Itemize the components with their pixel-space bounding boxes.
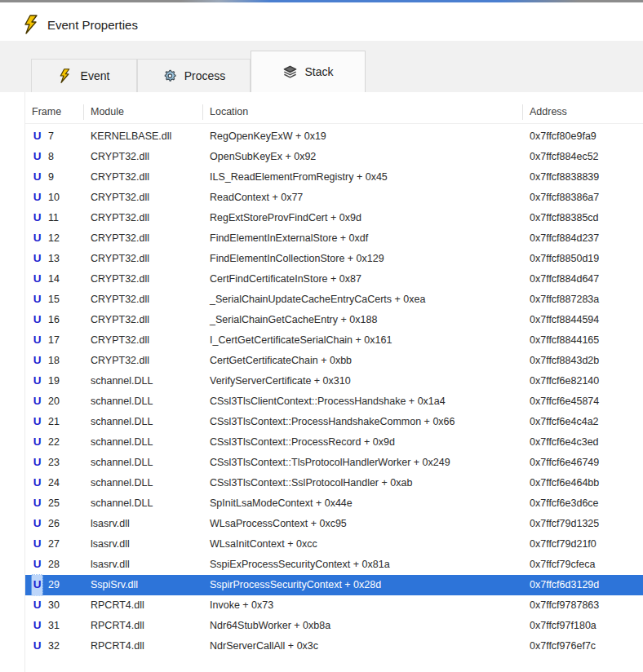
module-cell: schannel.DLL [84,391,203,412]
address-cell: 0x7ffcf8850d19 [523,249,643,269]
user-mode-frame-icon: U [32,228,42,249]
frame-number: 17 [48,330,60,351]
frame-cell: U22 [25,432,84,453]
column-header-address[interactable]: Address [523,104,643,120]
gear-icon [162,69,177,83]
stack-frame-row[interactable]: U32RPCRT4.dllNdrServerCallAll + 0x3c0x7f… [25,636,643,657]
frame-flag: U [32,598,42,612]
user-mode-frame-icon: U [32,432,42,453]
user-mode-frame-icon: U [32,310,42,330]
frame-cell: U17 [25,330,84,351]
module-cell: CRYPT32.dll [84,330,203,351]
tab-process[interactable]: Process [137,59,251,92]
module-cell: lsasrv.dll [84,555,203,575]
module-cell: schannel.DLL [84,432,203,453]
column-header-frame[interactable]: Frame [25,104,84,120]
frame-number: 13 [48,249,60,269]
frame-cell: U14 [25,269,84,290]
stack-frame-row[interactable]: U13CRYPT32.dllFindElementInCollectionSto… [25,249,643,269]
column-header-module[interactable]: Module [84,104,203,120]
stack-frame-row[interactable]: U7KERNELBASE.dllRegOpenKeyExW + 0x190x7f… [25,126,643,147]
stack-frame-row[interactable]: U12CRYPT32.dllFindElementInExternalStore… [25,228,643,249]
frame-flag: U [32,292,42,306]
address-cell: 0x7ffcf6e464bb [523,473,643,493]
window-top-border [0,0,643,2]
frame-number: 24 [48,473,60,493]
frame-number: 26 [48,514,60,534]
frame-cell: U13 [25,249,84,269]
stack-frame-row[interactable]: U28lsasrv.dllSspiExProcessSecurityContex… [25,555,643,575]
frame-cell: U9 [25,167,84,188]
frame-flag: U [32,129,42,143]
frame-flag: U [32,394,42,408]
stack-frame-row[interactable]: U19schannel.DLLVerifyServerCertificate +… [25,371,643,391]
frame-cell: U15 [25,290,84,310]
frame-number: 27 [48,534,60,555]
stack-frame-row[interactable]: U17CRYPT32.dllI_CertGetCertificateSerial… [25,330,643,351]
stack-frame-row[interactable]: U24schannel.DLLCSsl3TlsContext::SslProto… [25,473,643,493]
location-cell: I_CertGetCertificateSerialChain + 0x161 [203,330,523,351]
module-cell: lsasrv.dll [84,534,203,555]
stack-frame-row[interactable]: U25schannel.DLLSpInitLsaModeContext + 0x… [25,493,643,514]
tab-stack[interactable]: Stack [251,51,366,92]
user-mode-frame-icon: U [32,575,42,595]
frame-flag: U [32,435,42,449]
stack-frame-row[interactable]: U20schannel.DLLCSsl3TlsClientContext::Pr… [25,391,643,412]
tab-event[interactable]: Event [31,59,137,92]
frame-cell: U27 [25,534,84,555]
frame-number: 18 [48,351,60,371]
frame-number: 10 [48,188,60,208]
frame-flag: U [32,231,42,245]
location-cell: FindElementInExternalStore + 0xdf [203,228,523,249]
frame-number: 30 [48,595,60,616]
location-cell: CSsl3TlsContext::SslProtocolHandler + 0x… [203,473,523,493]
frame-cell: U19 [25,371,84,391]
stack-frame-row[interactable]: U9CRYPT32.dllILS_ReadElementFromRegistry… [25,167,643,188]
stack-frame-row[interactable]: U23schannel.DLLCSsl3TlsContext::TlsProto… [25,453,643,473]
location-cell: CSsl3TlsContext::ProcessHandshakeCommon … [203,412,523,432]
stack-frame-row[interactable]: U11CRYPT32.dllRegExtStoreProvFindCert + … [25,208,643,228]
stack-frame-row[interactable]: U18CRYPT32.dllCertGetCertificateChain + … [25,351,643,371]
address-cell: 0x7ffcf88385cd [523,208,643,228]
frame-number: 8 [48,147,54,167]
user-mode-frame-icon: U [32,493,42,514]
stack-frame-row[interactable]: U29SspiSrv.dllSspirProcessSecurityContex… [25,575,643,595]
stack-frame-row[interactable]: U21schannel.DLLCSsl3TlsContext::ProcessH… [25,412,643,432]
module-cell: CRYPT32.dll [84,228,203,249]
frame-cell: U31 [25,616,84,636]
location-cell: RegExtStoreProvFindCert + 0x9d [203,208,523,228]
address-cell: 0x7ffcf79d21f0 [523,534,643,555]
frame-cell: U20 [25,391,84,412]
user-mode-frame-icon: U [32,208,42,228]
stack-table-header: Frame Module Location Address [25,101,643,124]
module-cell: CRYPT32.dll [84,147,203,167]
frame-number: 14 [48,269,60,290]
stack-frame-row[interactable]: U16CRYPT32.dll_SerialChainGetCacheEntry … [25,310,643,330]
stack-frame-row[interactable]: U22schannel.DLLCSsl3TlsContext::ProcessR… [25,432,643,453]
frame-flag: U [32,190,42,204]
stack-frame-row[interactable]: U30RPCRT4.dllInvoke + 0x730x7ffcf9787863 [25,595,643,616]
frame-flag: U [32,577,42,591]
stack-frame-row[interactable]: U26lsasrv.dllWLsaProcessContext + 0xc950… [25,514,643,534]
frame-number: 28 [48,555,60,575]
frame-cell: U24 [25,473,84,493]
stack-frame-row[interactable]: U10CRYPT32.dllReadContext + 0x770x7ffcf8… [25,188,643,208]
address-cell: 0x7ffcf8844594 [523,310,643,330]
stack-frame-row[interactable]: U15CRYPT32.dll_SerialChainUpdateCacheEnt… [25,290,643,310]
user-mode-frame-icon: U [32,616,42,636]
frame-flag: U [32,149,42,163]
frame-flag: U [32,639,42,652]
user-mode-frame-icon: U [32,534,42,555]
stack-frame-row[interactable]: U14CRYPT32.dllCertFindCertificateInStore… [25,269,643,290]
module-cell: schannel.DLL [84,473,203,493]
module-cell: RPCRT4.dll [84,595,203,616]
stack-frame-row[interactable]: U31RPCRT4.dllNdr64StubWorker + 0xb8a0x7f… [25,616,643,636]
frame-flag: U [32,210,42,224]
user-mode-frame-icon: U [32,371,42,391]
stack-frame-row[interactable]: U8CRYPT32.dllOpenSubKeyEx + 0x920x7ffcf8… [25,147,643,167]
column-header-location[interactable]: Location [203,104,523,120]
address-cell: 0x7ffcf6e3d6ce [523,493,643,514]
location-cell: ILS_ReadElementFromRegistry + 0x45 [203,167,523,188]
stack-frame-row[interactable]: U27lsasrv.dllWLsaInitContext + 0xcc0x7ff… [25,534,643,555]
user-mode-frame-icon: U [32,188,42,208]
